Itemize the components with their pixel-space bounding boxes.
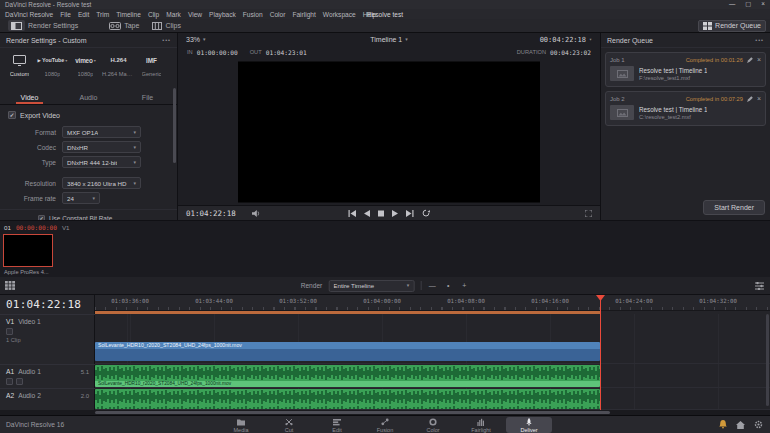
titlebar: DaVinci Resolve - Resolve test — ▢ × <box>0 0 770 9</box>
framerate-select[interactable]: 24▾ <box>62 192 100 204</box>
framerate-field: Frame rate 24▾ <box>0 192 141 204</box>
track-header-v1[interactable]: V1 Video 1 1 Clip <box>0 314 95 364</box>
project-settings-gear-icon[interactable] <box>754 420 763 429</box>
auto-select-button[interactable] <box>6 328 13 335</box>
speaker-icon[interactable] <box>252 210 262 217</box>
export-video-checkbox[interactable]: ✓ <box>8 111 16 119</box>
preset-imf[interactable]: IMF Generic <box>135 52 168 88</box>
menu-timeline[interactable]: Timeline <box>116 11 141 18</box>
render-scope-select[interactable]: Entire Timeline ▾ <box>328 280 414 292</box>
video-frame[interactable] <box>238 61 540 202</box>
preset-final-cut[interactable]: Fina <box>168 52 177 88</box>
edit-job-icon[interactable] <box>747 57 753 63</box>
audio-clip-1[interactable]: SolLevante_HDR10_r2020_ST2084_UHD_24fps_… <box>95 365 600 387</box>
menu-trim[interactable]: Trim <box>96 11 109 18</box>
page-cut[interactable]: Cut <box>266 417 312 433</box>
mark-out-icon[interactable]: + <box>459 282 469 289</box>
delete-job-icon[interactable]: × <box>757 56 761 63</box>
menu-playback[interactable]: Playback <box>209 11 236 18</box>
clips-button[interactable]: Clips <box>148 21 185 31</box>
track-header-a2[interactable]: A2 Audio 2 2.0 <box>0 388 95 410</box>
clip-start-timecode: 00:00:00:00 <box>16 224 57 231</box>
tab-video[interactable]: Video <box>0 90 59 104</box>
viewer-expand-icon[interactable] <box>585 210 592 217</box>
playhead[interactable] <box>600 295 601 410</box>
menu-view[interactable]: View <box>188 11 202 18</box>
page-edit[interactable]: Edit <box>314 417 360 433</box>
render-job-1[interactable]: Job 1 Completed in 00:01:26 × Resolve te… <box>605 52 766 87</box>
menu-fairlight[interactable]: Fairlight <box>292 11 315 18</box>
page-deliver[interactable]: Deliver <box>506 417 552 433</box>
minimize-button[interactable]: — <box>729 1 735 7</box>
render-settings-toggle-button[interactable]: Render Settings <box>4 19 82 32</box>
queue-options-icon[interactable]: ••• <box>755 37 764 43</box>
timeline-timecode[interactable]: 01:04:22:18 <box>0 295 94 311</box>
menu-edit[interactable]: Edit <box>78 11 89 18</box>
start-render-button[interactable]: Start Render <box>703 200 765 215</box>
render-job-2[interactable]: Job 2 Completed in 00:07:29 × Resolve te… <box>605 91 766 126</box>
out-value: 01:04:23:01 <box>266 49 307 56</box>
panel-options-icon[interactable]: ••• <box>162 37 171 43</box>
resolution-select[interactable]: 3840 x 2160 Ultra HD▾ <box>62 177 141 189</box>
skip-end-button[interactable] <box>406 210 414 217</box>
menu-davinci-resolve[interactable]: DaVinci Resolve <box>5 11 53 18</box>
page-color[interactable]: Color <box>410 417 456 433</box>
format-select[interactable]: MXF OP1A▾ <box>62 126 141 138</box>
codec-select[interactable]: DNxHR▾ <box>62 141 141 153</box>
render-queue-toggle-button[interactable]: Render Queue <box>698 20 766 32</box>
scrollbar-thumb[interactable] <box>95 411 610 414</box>
page-media[interactable]: Media <box>218 417 264 433</box>
timeline-index-icon[interactable] <box>5 281 15 290</box>
menu-fusion[interactable]: Fusion <box>243 11 263 18</box>
skip-start-button[interactable] <box>348 210 356 217</box>
solo-button[interactable] <box>6 378 13 385</box>
zoom-select[interactable]: 33% ▾ <box>186 36 206 43</box>
track-header-a1[interactable]: A1 Audio 1 5.1 <box>0 364 95 388</box>
viewer-timecode-display[interactable]: 00:04:22:18 ▾ <box>540 36 592 44</box>
chevron-down-icon: ▾ <box>133 181 136 186</box>
delete-job-icon[interactable]: × <box>757 95 761 102</box>
playhead-marker-icon[interactable]: • <box>443 282 453 289</box>
menu-mark[interactable]: Mark <box>166 11 181 18</box>
audio-clip-2[interactable] <box>95 389 600 409</box>
timeline-view-options-icon[interactable] <box>755 282 764 290</box>
preset-h264[interactable]: H.264 H.264 Master <box>102 52 135 88</box>
menu-workspace[interactable]: Workspace <box>323 11 356 18</box>
transport-timecode[interactable]: 01:04:22:18 <box>186 209 236 218</box>
page-fusion[interactable]: Fusion <box>362 417 408 433</box>
video-clip[interactable]: SolLevante_HDR10_r2020_ST2084_UHD_24fps_… <box>95 342 600 361</box>
menu-clip[interactable]: Clip <box>148 11 159 18</box>
preset-custom[interactable]: Custom <box>3 52 36 88</box>
timeline-vertical-scrollbar[interactable] <box>766 314 769 406</box>
close-button[interactable]: × <box>761 1 765 7</box>
page-fairlight[interactable]: Fairlight <box>458 417 504 433</box>
chevron-down-icon: ▾ <box>407 283 410 288</box>
mute-button[interactable] <box>16 378 23 385</box>
edit-job-icon[interactable] <box>747 96 753 102</box>
type-select[interactable]: DNxHR 444 12-bit▾ <box>62 156 141 168</box>
timeline-ruler[interactable]: 01:03:36:00 01:03:44:00 01:03:52:00 01:0… <box>95 295 770 311</box>
notification-bell-icon[interactable] <box>719 420 727 429</box>
window-title: DaVinci Resolve - Resolve test <box>5 1 91 8</box>
maximize-button[interactable]: ▢ <box>745 1 751 7</box>
timeline-horizontal-scrollbar[interactable] <box>0 410 770 415</box>
preset-vimeo[interactable]: vimeo▾ 1080p <box>69 52 102 88</box>
mark-in-icon[interactable]: — <box>427 282 437 289</box>
tape-button[interactable]: Tape <box>105 21 143 31</box>
clips-icon <box>152 22 162 30</box>
play-reverse-button[interactable] <box>364 210 370 217</box>
timeline-select[interactable]: Timeline 1 ▾ <box>370 36 408 43</box>
tab-file[interactable]: File <box>118 90 177 104</box>
play-button[interactable] <box>392 210 398 217</box>
tab-audio[interactable]: Audio <box>59 90 118 104</box>
job-status: Completed in 00:07:29 <box>686 96 743 102</box>
chevron-down-icon: ▾ <box>94 58 96 63</box>
loop-button[interactable] <box>422 209 430 217</box>
clip-thumbnail[interactable] <box>3 234 53 267</box>
render-settings-scrollbar[interactable] <box>173 88 176 163</box>
project-manager-icon[interactable] <box>736 421 745 429</box>
stop-button[interactable] <box>378 210 384 217</box>
menu-file[interactable]: File <box>60 11 71 18</box>
preset-youtube[interactable]: ▶YouTube▾ 1080p <box>36 52 69 88</box>
menu-color[interactable]: Color <box>270 11 286 18</box>
